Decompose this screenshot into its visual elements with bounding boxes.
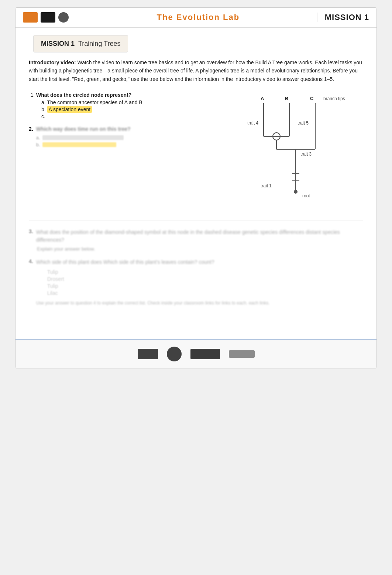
question-1: What does the circled node represent? a.…	[29, 92, 230, 119]
q2-content: Which way does time run on this tree? a.…	[36, 126, 230, 149]
q1-answer-a-text: The common ancestor species of A and B	[47, 99, 142, 105]
trait3-label: trait 3	[300, 152, 312, 157]
tree-label-branch-tips: branch tips	[323, 96, 345, 101]
q4-text-blurred: Which side of this plant does Which side…	[36, 258, 363, 266]
tree-label-C: C	[310, 96, 314, 101]
trait5-label: trait 5	[298, 120, 309, 126]
footer-logo-text	[229, 350, 255, 358]
q4-content: Which side of this plant does Which side…	[36, 258, 363, 306]
mission-label: MISSION 1	[41, 40, 75, 48]
q2-answer-a-blurred: a. b.	[36, 135, 230, 147]
section-divider-1	[29, 221, 363, 221]
q4-item-4: Lilac	[47, 290, 363, 296]
q1-answers: a. The common ancestor species of A and …	[36, 99, 230, 119]
content: Introductory video: Watch the video to l…	[16, 58, 376, 324]
questions-column: What does the circled node represent? a.…	[29, 92, 230, 212]
question-2: 2. Which way does time run on this tree?…	[29, 126, 230, 149]
q1-text: What does the circled node represent?	[36, 92, 131, 98]
trait4-label: trait 4	[247, 120, 258, 126]
q4-item-2: Drosert	[47, 276, 363, 282]
trait1-label: trait 1	[261, 183, 272, 188]
logo-block-orange	[23, 12, 38, 23]
q1-answer-c: c.	[41, 113, 230, 119]
root-label: root	[302, 193, 310, 198]
q1-answer-b: b. A speciation event	[41, 106, 230, 112]
logo-block-dark	[41, 12, 55, 23]
footer-logo-wide	[190, 349, 220, 359]
q3-text-blurred: What does the position of the diamond-sh…	[36, 228, 363, 244]
q3-answer-prompt-blurred: Explain your answer below.	[29, 246, 363, 252]
root-node	[294, 190, 298, 194]
intro-bold: Introductory video:	[29, 59, 76, 65]
logo-circle	[58, 12, 69, 23]
header: The Evolution Lab MISSION 1	[16, 8, 376, 28]
q2-text-blurred: Which way does time run on this tree?	[36, 126, 230, 132]
question-4: 4. Which side of this plant does Which s…	[29, 258, 363, 306]
q4-item-3: Tulip	[47, 283, 363, 289]
mission-banner: MISSION 1 Training Trees	[33, 35, 128, 52]
header-title: The Evolution Lab	[80, 13, 317, 22]
q1-answer-b-text: A speciation event	[47, 106, 92, 113]
tree-label-B: B	[285, 96, 288, 101]
q4-number: 4.	[29, 258, 33, 264]
intro-paragraph: Introductory video: Watch the video to l…	[29, 58, 363, 83]
q4-item-1: Tulip	[47, 269, 363, 275]
header-mission: MISSION 1	[317, 13, 369, 22]
q1-label-b: b.	[41, 106, 46, 112]
tree-label-A: A	[261, 96, 264, 101]
header-logos	[23, 12, 69, 23]
question-3: 3. What does the position of the diamond…	[29, 228, 363, 252]
question-list: What does the circled node represent? a.…	[29, 92, 230, 119]
footer-logo-1	[138, 349, 158, 359]
page-wrapper: The Evolution Lab MISSION 1 MISSION 1 Tr…	[15, 7, 377, 368]
q2-number: 2.	[29, 126, 33, 132]
tree-diagram-svg: A B C branch tips	[238, 92, 356, 210]
tree-diagram-column: A B C branch tips	[238, 92, 363, 212]
mission-title: Training Trees	[78, 40, 120, 48]
q3-content: What does the position of the diamond-sh…	[36, 228, 363, 244]
footer	[16, 339, 376, 368]
question-1-item: What does the circled node represent? a.…	[36, 92, 230, 119]
q1-label-c: c.	[41, 113, 45, 119]
footer-icon-circle	[167, 347, 182, 361]
q4-note-blurred: Use your answer to question 4 to explain…	[36, 300, 363, 306]
q3-number: 3.	[29, 228, 33, 234]
questions-diagram-area: What does the circled node represent? a.…	[29, 92, 363, 212]
intro-text-body: Watch the video to learn some tree basic…	[29, 59, 362, 82]
q4-items: Tulip Drosert Tulip Lilac	[36, 269, 363, 296]
q1-label-a: a.	[41, 99, 46, 105]
q1-answer-a: a. The common ancestor species of A and …	[41, 99, 230, 105]
